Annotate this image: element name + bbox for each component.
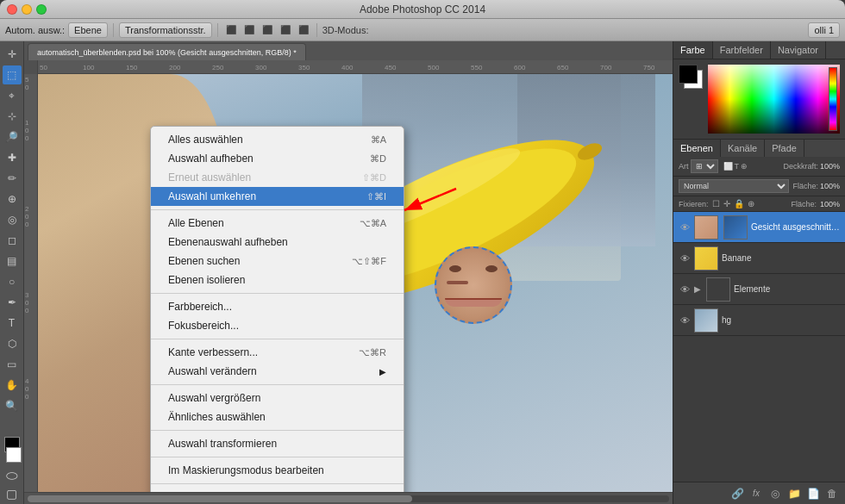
fx-btn[interactable]: fx	[748, 486, 764, 501]
tool-move[interactable]: ✛	[3, 45, 22, 64]
layer-icons-row: Art ⊞ ⬜ T ⊕	[679, 159, 779, 173]
ruler-horizontal: 50 100 150 200 250 300 350 400 450 500 5…	[24, 60, 673, 74]
menu-auswahl-aufheben[interactable]: Auswahl aufheben ⌘D	[151, 149, 404, 168]
minimize-button[interactable]	[22, 4, 32, 15]
background-color[interactable]	[6, 447, 22, 463]
nose	[447, 281, 468, 284]
align-left-icon[interactable]: ⬛	[223, 22, 239, 38]
fg-color-swatch[interactable]	[679, 65, 698, 84]
new-layer-btn[interactable]: 📄	[805, 486, 821, 501]
tool-gradient[interactable]: ▤	[3, 252, 22, 271]
tool-brush[interactable]: ✏	[3, 169, 22, 188]
tool-text[interactable]: T	[3, 314, 22, 333]
layer-eye-banane[interactable]: 👁	[679, 252, 691, 264]
opacity-value: 100%	[820, 162, 840, 171]
tool-pen[interactable]: ✒	[3, 293, 22, 312]
tick-500: 500	[428, 64, 439, 72]
blend-mode-dropdown[interactable]: Normal	[679, 179, 789, 193]
tab-ebenen[interactable]: Ebenen	[673, 140, 721, 157]
layer-eye-gesicht[interactable]: 👁	[679, 221, 691, 233]
menu-auswahl-veraendern[interactable]: Auswahl verändern ▶	[151, 362, 404, 381]
user-dropdown[interactable]: olli 1	[808, 22, 840, 38]
tab-farbfelder[interactable]: Farbfelder	[713, 41, 771, 59]
h-scrollbar[interactable]	[24, 492, 673, 504]
context-menu[interactable]: Alles auswählen ⌘A Auswahl aufheben ⌘D E…	[150, 126, 404, 492]
layer-gesicht[interactable]: 👁 Gesicht ausgeschnitten	[673, 212, 845, 243]
lock-pixels-icon[interactable]: ☐	[712, 199, 720, 208]
art-dropdown[interactable]: ⊞	[691, 159, 718, 173]
layer-banane[interactable]: 👁 Banane	[673, 243, 845, 274]
document-tab[interactable]: automatisch_überblenden.psd bei 100% (Ge…	[28, 43, 306, 60]
delete-layer-btn[interactable]: 🗑	[824, 486, 840, 501]
tool-zoom[interactable]: 🔍	[3, 396, 22, 415]
tool-path[interactable]: ⬡	[3, 334, 22, 353]
layer-elemente[interactable]: 👁 ▶ Elemente	[673, 274, 845, 305]
toolbar-separator-2	[217, 23, 218, 37]
maximize-button[interactable]	[36, 4, 47, 15]
menu-ebenen-suchen[interactable]: Ebenen suchen ⌥⇧⌘F	[151, 252, 404, 271]
align-right-icon[interactable]: ⬛	[260, 22, 275, 38]
screen-mode-icon[interactable]: ▢	[6, 487, 17, 501]
menu-kante-verbessern[interactable]: Kante verbessern... ⌥⌘R	[151, 343, 404, 362]
align-center-icon[interactable]: ⬛	[241, 22, 257, 38]
h-scroll-thumb[interactable]	[28, 495, 412, 502]
menu-alles-auswaehlen[interactable]: Alles auswählen ⌘A	[151, 130, 404, 149]
menu-fokusbereich[interactable]: Fokusbereich...	[151, 316, 404, 335]
tool-eyedropper[interactable]: 🔎	[3, 128, 22, 146]
transform-dropdown[interactable]: Transformationsstr.	[119, 22, 212, 38]
tool-clone[interactable]: ⊕	[3, 190, 22, 208]
tab-navigator[interactable]: Navigator	[771, 41, 826, 59]
menu-auswahl-transformieren[interactable]: Auswahl transformieren	[151, 434, 404, 453]
quick-mask-icon[interactable]: ⬭	[6, 468, 18, 483]
distribute-icon[interactable]: ⬛	[278, 22, 293, 38]
new-group-btn[interactable]: 📁	[786, 486, 802, 501]
tool-history[interactable]: ◎	[3, 210, 22, 229]
menu-erneut-auswaehlen[interactable]: Erneut auswählen ⇧⌘D	[151, 168, 404, 187]
close-button[interactable]	[7, 4, 17, 15]
menu-maskierungsmodus[interactable]: Im Maskierungsmodus bearbeiten	[151, 461, 404, 480]
menu-auswahl-laden[interactable]: Auswahl laden...	[151, 488, 404, 492]
menu-auswahl-umkehren[interactable]: Auswahl umkehren ⇧⌘I	[151, 187, 404, 206]
layer-eye-elemente[interactable]: 👁	[679, 283, 691, 296]
menu-farbbereich[interactable]: Farbbereich...	[151, 297, 404, 316]
layer-thumb-banane	[694, 246, 718, 271]
tool-heal[interactable]: ✚	[3, 148, 22, 167]
tool-eraser[interactable]: ◻	[3, 231, 22, 250]
lock-extra-icon[interactable]: ⊕	[748, 199, 754, 208]
canvas-wrapper: automatisch_überblenden.psd bei 100% (Ge…	[24, 41, 673, 504]
tab-pfade[interactable]: Pfade	[765, 140, 804, 157]
menu-alle-ebenen[interactable]: Alle Ebenen ⌥⌘A	[151, 214, 404, 233]
menu-ebenen-isolieren[interactable]: Ebenen isolieren	[151, 271, 404, 289]
tab-farbe[interactable]: Farbe	[673, 41, 713, 59]
color-swatches[interactable]	[679, 65, 704, 90]
group-arrow-icon[interactable]: ▶	[694, 284, 701, 294]
traffic-lights[interactable]	[7, 4, 47, 15]
hue-slider[interactable]	[829, 67, 837, 131]
tool-shape[interactable]: ▭	[3, 355, 22, 374]
menu-auswahl-vergroessern[interactable]: Auswahl vergrößern	[151, 389, 404, 408]
menu-sep-1	[151, 209, 404, 210]
color-gradient-picker[interactable]	[708, 65, 840, 134]
vtick-400: 400	[25, 377, 28, 401]
menu-ebenenauswahl-aufheben[interactable]: Ebenenauswahl aufheben	[151, 233, 404, 252]
tick-700: 700	[600, 64, 611, 72]
layer-dropdown[interactable]: Ebene	[68, 22, 108, 38]
layer-eye-hg[interactable]: 👁	[679, 314, 691, 327]
add-mask-btn[interactable]: ◎	[767, 486, 783, 501]
tool-crop[interactable]: ⊹	[3, 107, 22, 126]
image-viewport[interactable]: Alles auswählen ⌘A Auswahl aufheben ⌘D E…	[38, 74, 673, 492]
menu-item-label: Fokusbereich...	[168, 320, 386, 332]
menu-aehnliches-auswaehlen[interactable]: Ähnliches auswählen	[151, 408, 404, 426]
layer-name-gesicht: Gesicht ausgeschnitten	[751, 222, 840, 232]
arrange-icon[interactable]: ⬛	[296, 22, 311, 38]
tool-dodge[interactable]: ○	[3, 272, 22, 291]
tool-lasso[interactable]: ⌖	[3, 86, 22, 105]
layer-hg[interactable]: 👁 hg	[673, 305, 845, 336]
layer-thumb-hg	[694, 308, 718, 333]
lock-all-icon[interactable]: 🔒	[734, 199, 744, 208]
tool-select[interactable]: ⬚	[3, 65, 22, 84]
lock-pos-icon[interactable]: ✛	[723, 199, 730, 208]
tool-hand[interactable]: ✋	[3, 376, 22, 395]
link-layers-btn[interactable]: 🔗	[729, 486, 745, 501]
tab-kanaele[interactable]: Kanäle	[721, 140, 765, 157]
